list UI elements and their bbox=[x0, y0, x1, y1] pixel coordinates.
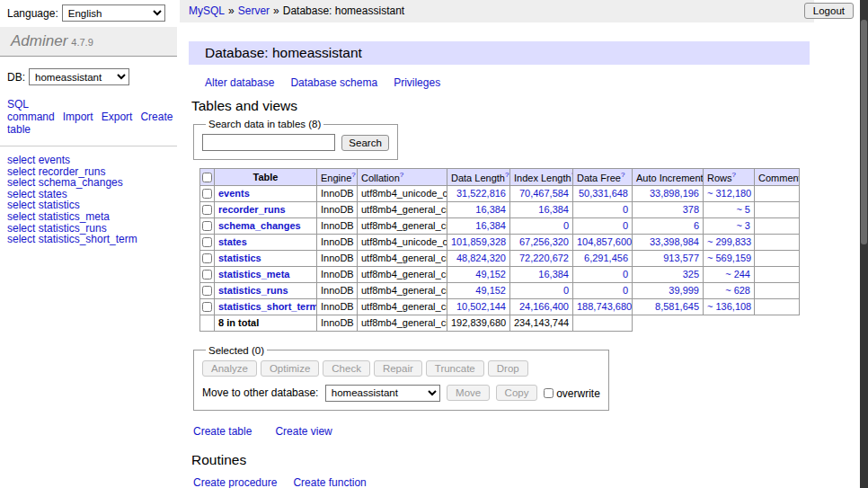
breadcrumb-server-link[interactable]: Server bbox=[238, 4, 270, 17]
data-length-link[interactable]: 16,384 bbox=[475, 220, 506, 231]
row-checkbox[interactable] bbox=[202, 286, 212, 296]
adminer-logo[interactable]: Adminer4.7.9 bbox=[0, 27, 177, 57]
data-free-link[interactable]: 104,857,600 bbox=[577, 236, 632, 247]
create-link[interactable]: Create table bbox=[193, 425, 252, 438]
create-link[interactable]: Create view bbox=[275, 425, 332, 438]
index-length-link[interactable]: 16,384 bbox=[538, 204, 569, 215]
logout-button[interactable]: Logout bbox=[804, 3, 854, 19]
search-button[interactable]: Search bbox=[341, 135, 388, 151]
table-row: eventsInnoDButf8mb4_unicode_ci31,522,816… bbox=[200, 185, 800, 201]
sidebar-select-link[interactable]: select statistics_short_term bbox=[7, 234, 177, 245]
sidebar-actions: SQL commandImportExportCreate table bbox=[7, 98, 158, 146]
rows-link[interactable]: ~ 312,180 bbox=[707, 188, 751, 199]
table-name-link[interactable]: events bbox=[218, 188, 250, 199]
table-name-link[interactable]: statistics bbox=[218, 253, 261, 263]
row-check-cell bbox=[200, 282, 215, 298]
comment-cell bbox=[755, 185, 800, 201]
db-action-link[interactable]: Alter database bbox=[205, 76, 274, 89]
row-checkbox[interactable] bbox=[202, 205, 212, 215]
row-checkbox[interactable] bbox=[202, 237, 212, 247]
collation-cell: utf8mb4_general_ci bbox=[358, 250, 447, 266]
row-checkbox[interactable] bbox=[202, 189, 212, 199]
routine-link[interactable]: Create procedure bbox=[193, 476, 277, 488]
rows-link[interactable]: ~ 628 bbox=[725, 285, 750, 296]
sidebar-action-link[interactable]: SQL command bbox=[7, 98, 55, 123]
data-length-cell: 49,152 bbox=[447, 266, 510, 282]
data-length-link[interactable]: 31,522,816 bbox=[456, 188, 506, 199]
comment-cell bbox=[755, 234, 800, 250]
table-name-link[interactable]: statistics_meta bbox=[218, 269, 290, 279]
help-link[interactable]: ? bbox=[505, 171, 509, 179]
table-name-link[interactable]: states bbox=[218, 236, 247, 247]
language-select[interactable]: English bbox=[62, 4, 165, 22]
help-link[interactable]: ? bbox=[621, 171, 624, 179]
db-select[interactable]: homeassistant bbox=[29, 68, 129, 85]
data-length-link[interactable]: 49,152 bbox=[475, 269, 506, 279]
row-checkbox[interactable] bbox=[202, 253, 212, 263]
table-name-link[interactable]: statistics_runs bbox=[218, 285, 288, 296]
routine-link[interactable]: Create function bbox=[293, 476, 366, 488]
auto-increment-link[interactable]: 913,577 bbox=[663, 253, 699, 263]
index-length-link[interactable]: 0 bbox=[563, 220, 569, 231]
help-link[interactable]: ? bbox=[732, 171, 736, 179]
breadcrumb-mysql-link[interactable]: MySQL bbox=[189, 4, 225, 17]
adminer-version: 4.7.9 bbox=[71, 37, 93, 48]
index-length-link[interactable]: 67,256,320 bbox=[519, 236, 569, 247]
db-action-link[interactable]: Privileges bbox=[394, 76, 440, 89]
overwrite-checkbox[interactable] bbox=[544, 388, 554, 398]
engine-cell: InnoDB bbox=[317, 201, 358, 217]
index-length-link[interactable]: 0 bbox=[563, 285, 569, 296]
rows-link[interactable]: ~ 136,108 bbox=[707, 301, 751, 312]
data-free-cell: 0 bbox=[573, 201, 633, 217]
auto-increment-link[interactable]: 8,581,645 bbox=[655, 301, 699, 312]
data-length-cell: 16,384 bbox=[447, 217, 510, 234]
index-length-link[interactable]: 72,220,672 bbox=[519, 253, 569, 263]
data-length-link[interactable]: 101,859,328 bbox=[451, 236, 506, 247]
row-checkbox[interactable] bbox=[202, 302, 212, 312]
index-length-link[interactable]: 16,384 bbox=[538, 269, 569, 279]
rows-link[interactable]: ~ 299,833 bbox=[707, 236, 751, 247]
vertical-scrollbar[interactable] bbox=[860, 0, 868, 488]
move-database-select[interactable]: homeassistant bbox=[325, 385, 440, 402]
auto-increment-link[interactable]: 325 bbox=[683, 269, 699, 279]
index-length-link[interactable]: 24,166,400 bbox=[519, 301, 569, 312]
sidebar-select-link[interactable]: select statistics_meta bbox=[7, 211, 177, 223]
auto-increment-link[interactable]: 33,898,196 bbox=[650, 188, 699, 199]
data-length-link[interactable]: 16,384 bbox=[475, 204, 506, 215]
auto-increment-link[interactable]: 6 bbox=[694, 220, 699, 231]
data-free-link[interactable]: 0 bbox=[623, 285, 628, 296]
rows-link[interactable]: ~ 569,159 bbox=[707, 253, 751, 263]
rows-link[interactable]: ~ 5 bbox=[736, 204, 750, 215]
data-free-link[interactable]: 0 bbox=[623, 269, 628, 279]
data-length-link[interactable]: 49,152 bbox=[475, 285, 506, 296]
data-free-link[interactable]: 50,331,648 bbox=[579, 188, 628, 199]
select-all-checkbox[interactable] bbox=[202, 173, 212, 182]
scrollbar-thumb[interactable] bbox=[861, 20, 867, 244]
help-link[interactable]: ? bbox=[351, 171, 355, 179]
sidebar-select-link[interactable]: select events bbox=[7, 155, 177, 166]
data-free-link[interactable]: 0 bbox=[623, 220, 628, 231]
table-name-link[interactable]: schema_changes bbox=[218, 220, 301, 231]
row-checkbox[interactable] bbox=[202, 221, 212, 231]
data-free-link[interactable]: 0 bbox=[623, 204, 628, 215]
data-free-link[interactable]: 188,743,680 bbox=[577, 301, 632, 312]
rows-link[interactable]: ~ 3 bbox=[736, 220, 750, 231]
data-length-link[interactable]: 48,824,320 bbox=[456, 253, 506, 263]
data-length-link[interactable]: 10,502,144 bbox=[456, 301, 506, 312]
sidebar-action-link[interactable]: Import bbox=[63, 111, 93, 123]
row-checkbox[interactable] bbox=[202, 270, 212, 279]
rows-link[interactable]: ~ 244 bbox=[725, 269, 750, 279]
sidebar-action-link[interactable]: Export bbox=[102, 111, 133, 123]
table-name-link[interactable]: recorder_runs bbox=[218, 204, 286, 215]
data-free-link[interactable]: 6,291,456 bbox=[584, 253, 628, 263]
db-action-link[interactable]: Database schema bbox=[290, 76, 377, 89]
table-name-cell: statistics_runs bbox=[215, 282, 317, 298]
table-name-link[interactable]: statistics_short_term bbox=[218, 301, 317, 312]
index-length-link[interactable]: 70,467,584 bbox=[519, 188, 569, 199]
help-link[interactable]: ? bbox=[400, 171, 403, 179]
auto-increment-link[interactable]: 378 bbox=[683, 204, 699, 215]
search-input[interactable] bbox=[202, 134, 335, 151]
auto-increment-link[interactable]: 33,398,984 bbox=[650, 236, 699, 247]
auto-increment-link[interactable]: 39,999 bbox=[669, 285, 699, 296]
sidebar-select-link[interactable]: select schema_changes bbox=[7, 177, 177, 189]
